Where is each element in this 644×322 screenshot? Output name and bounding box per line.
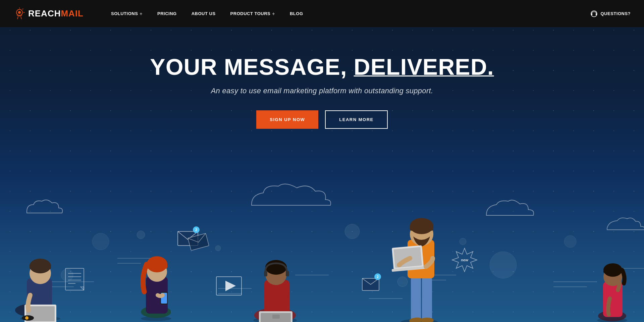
svg-rect-8 — [591, 13, 592, 15]
svg-point-14 — [397, 277, 408, 287]
signup-button[interactable]: SIGN UP NOW — [256, 110, 318, 129]
hero-subtitle: An easy to use email marketing platform … — [211, 87, 433, 95]
nav-about-label: ABOUT US — [192, 11, 216, 16]
nav-solutions-plus: + — [140, 11, 143, 16]
svg-point-1 — [18, 11, 21, 14]
hero-title-part1: YOUR MESSAGE, — [150, 54, 354, 79]
nav-blog-label: BLOG — [290, 11, 303, 16]
nav-pricing-label: PRICING — [157, 11, 177, 16]
svg-point-17 — [92, 233, 109, 250]
hero-buttons: SIGN UP NOW LEARN MORE — [256, 110, 388, 129]
nav-solutions-label: SOLUTIONS — [111, 11, 138, 16]
hero-scene: 2 2 — [0, 181, 644, 322]
svg-rect-95 — [603, 268, 622, 273]
svg-rect-79 — [411, 277, 421, 320]
svg-rect-63 — [147, 263, 167, 269]
hero-title: YOUR MESSAGE, DELIVERED. — [150, 54, 494, 80]
nav-item-pricing[interactable]: PRICING — [150, 0, 184, 27]
svg-point-10 — [137, 231, 145, 239]
nav-tours-plus: + — [272, 11, 275, 16]
svg-text:2: 2 — [195, 228, 197, 232]
svg-point-11 — [215, 246, 221, 251]
svg-line-3 — [22, 9, 23, 9]
logo[interactable]: REACHMAIL — [13, 8, 84, 20]
svg-rect-77 — [272, 315, 280, 319]
nav-item-product-tours[interactable]: PRODUCT TOURS + — [223, 0, 282, 27]
svg-point-13 — [345, 224, 360, 239]
svg-point-57 — [25, 316, 29, 320]
svg-text:new: new — [461, 258, 469, 262]
questions-button[interactable]: QUESTIONS? — [590, 10, 631, 17]
logo-mail-text: MAIL — [61, 8, 84, 19]
svg-rect-73 — [286, 271, 289, 276]
svg-rect-80 — [422, 277, 432, 320]
svg-marker-45 — [225, 281, 236, 291]
svg-rect-9 — [596, 13, 597, 15]
hero-title-delivered: DELIVERED. — [354, 54, 494, 79]
nav-item-solutions[interactable]: SOLUTIONS + — [104, 0, 150, 27]
svg-point-18 — [460, 238, 466, 245]
scene-svg: 2 2 — [0, 181, 644, 322]
nav-item-blog[interactable]: BLOG — [282, 0, 311, 27]
logo-icon — [13, 8, 25, 20]
svg-point-12 — [61, 269, 73, 281]
svg-rect-52 — [30, 264, 51, 269]
svg-text:2: 2 — [377, 275, 379, 279]
svg-point-15 — [490, 252, 517, 278]
nav-item-about[interactable]: ABOUT US — [184, 0, 223, 27]
svg-rect-72 — [264, 271, 267, 276]
logo-reach-text: REACH — [28, 8, 61, 19]
svg-rect-71 — [265, 266, 287, 271]
nav-links: SOLUTIONS + PRICING ABOUT US PRODUCT TOU… — [104, 0, 590, 27]
headphone-icon — [590, 10, 598, 17]
nav-tours-label: PRODUCT TOURS — [230, 11, 271, 16]
svg-rect-86 — [410, 225, 433, 231]
questions-label: QUESTIONS? — [600, 11, 631, 16]
svg-line-5 — [17, 16, 18, 19]
svg-line-6 — [21, 16, 21, 19]
navigation: REACHMAIL SOLUTIONS + PRICING ABOUT US P… — [0, 0, 644, 27]
svg-point-16 — [564, 235, 576, 248]
learn-more-button[interactable]: LEARN MORE — [325, 110, 387, 129]
